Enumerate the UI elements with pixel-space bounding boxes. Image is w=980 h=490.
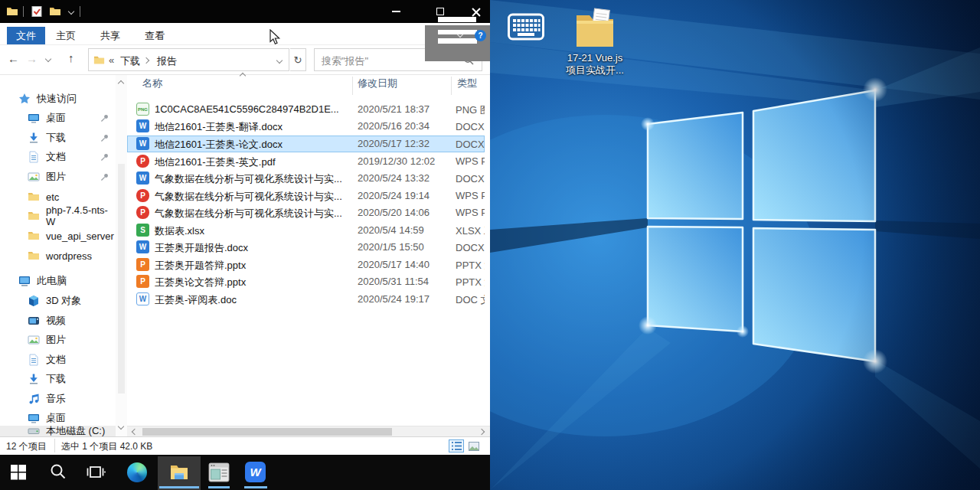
thumbnail-view-button[interactable] (466, 439, 482, 452)
file-type: WPS PDF (456, 155, 485, 167)
search-icon[interactable] (49, 462, 67, 481)
download-icon (28, 132, 40, 144)
sidebar-item-label: wordpress (46, 250, 92, 262)
column-divider[interactable] (451, 77, 452, 95)
scroll-right-icon[interactable] (479, 429, 485, 435)
file-row[interactable]: P 王荟奥论文答辩.pptx 2020/5/31 11:54 PPTX 演示 (127, 273, 485, 290)
sidebar-item-this-pc[interactable]: 此电脑 (0, 272, 116, 290)
sidebar-item-wordpress[interactable]: wordpress (0, 247, 116, 265)
file-date: 2019/12/30 12:02 (358, 155, 435, 167)
scroll-down-icon[interactable] (118, 423, 124, 430)
address-dropdown-icon[interactable] (276, 57, 283, 64)
sidebar-item-pictures-pc[interactable]: 图片 (0, 331, 116, 349)
sidebar-item-videos[interactable]: 视频 (0, 312, 116, 330)
help-button[interactable]: ? (475, 30, 486, 41)
sidebar-item-downloads-pc[interactable]: 下载 (0, 370, 116, 388)
tab-share[interactable]: 共享 (93, 27, 128, 44)
file-row[interactable]: W 王荟奥-评阅表.doc 2020/5/24 19:17 DOC 文档 (127, 291, 485, 308)
sidebar-item-quick-access[interactable]: 快速访问 (0, 90, 116, 108)
file-row[interactable]: S 数据表.xlsx 2020/5/4 14:59 XLSX 工作表 (127, 222, 485, 239)
file-row-selected[interactable]: W 地信21601-王荟奥-论文.docx 2020/5/17 12:32 DO… (127, 136, 485, 152)
scrollbar-thumb[interactable] (118, 164, 125, 394)
column-header-type[interactable]: 类型 (457, 77, 477, 90)
sidebar-item-local-disk-c[interactable]: 本地磁盘 (C:) (0, 426, 116, 436)
recent-locations-icon[interactable] (45, 56, 51, 62)
file-type: XLSX 工作表 (456, 224, 485, 238)
scroll-up-icon[interactable] (118, 80, 124, 87)
file-row[interactable]: P 王荟奥开题答辩.pptx 2020/5/17 14:40 PPTX 演示 (127, 256, 485, 273)
scrollbar-thumb[interactable] (142, 428, 392, 436)
screen: 文件 主页 共享 查看 ? ← → ↑ « 下载 报告 ↻ (0, 0, 980, 490)
divider (54, 439, 55, 452)
tab-file[interactable]: 文件 (7, 27, 45, 44)
breadcrumb[interactable]: « 下载 报告 (88, 48, 289, 71)
column-divider[interactable] (352, 77, 353, 95)
app-window-icon[interactable] (208, 462, 230, 483)
document-icon (28, 354, 40, 366)
sidebar-item-3d-objects[interactable]: 3D 对象 (0, 292, 116, 310)
file-row[interactable]: P 气象数据在线分析与可视化系统设计与实... 2020/5/20 14:06 … (127, 204, 485, 221)
sidebar-item-desktop-pc[interactable]: 桌面 (0, 409, 116, 427)
disk-icon (28, 426, 40, 436)
close-icon (472, 7, 481, 16)
quick-access-toolbar-dropdown-icon[interactable] (68, 8, 74, 15)
file-type: WPS PDF (456, 207, 485, 218)
breadcrumb-item-reports[interactable]: 报告 (157, 54, 177, 68)
task-view-icon[interactable] (86, 462, 106, 482)
file-type: PPTX 演示 (456, 259, 485, 273)
properties-check-icon[interactable] (31, 5, 43, 18)
column-header-date[interactable]: 修改日期 (358, 77, 397, 90)
sidebar-item-label: 快速访问 (37, 92, 77, 106)
details-view-button[interactable] (449, 439, 464, 452)
sidebar-item-documents[interactable]: 文档 (0, 148, 116, 166)
tab-home[interactable]: 主页 (48, 27, 83, 44)
wps-presentation-icon: P (136, 258, 149, 271)
sidebar-item-downloads[interactable]: 下载 (0, 129, 116, 147)
folder-icon (28, 230, 40, 242)
refresh-button[interactable]: ↻ (290, 48, 306, 71)
new-folder-icon[interactable] (49, 5, 61, 18)
file-name: 气象数据在线分析与可视化系统设计与实... (155, 190, 342, 204)
file-row[interactable]: W 地信21601-王荟奥-翻译.docx 2020/5/16 20:34 DO… (127, 118, 485, 135)
tab-view[interactable]: 查看 (137, 27, 172, 44)
start-button-icon[interactable] (9, 462, 28, 481)
sidebar-scrollbar[interactable] (116, 75, 127, 436)
sidebar-item-label: 本地磁盘 (C:) (46, 426, 105, 436)
back-icon[interactable]: ← (8, 52, 19, 65)
sidebar-item-music[interactable]: 音乐 (0, 390, 116, 408)
forward-icon[interactable]: → (26, 52, 38, 65)
pin-icon (100, 152, 109, 162)
file-row[interactable]: W 气象数据在线分析与可视化系统设计与实... 2020/5/24 13:32 … (127, 170, 485, 187)
wps-office-icon[interactable]: W (245, 462, 266, 482)
sidebar-item-desktop[interactable]: 桌面 (0, 109, 116, 127)
up-icon[interactable]: ↑ (68, 51, 74, 64)
edge-icon[interactable] (127, 462, 147, 482)
sidebar-item-pictures[interactable]: 图片 (0, 168, 116, 186)
horizontal-scrollbar[interactable] (127, 426, 490, 436)
breadcrumb-root-icon[interactable]: « (109, 54, 114, 66)
file-row[interactable]: P 气象数据在线分析与可视化系统设计与实... 2020/5/24 19:14 … (127, 188, 485, 204)
file-row[interactable]: P 地信21601-王荟奥-英文.pdf 2019/12/30 12:02 WP… (127, 153, 485, 170)
file-row[interactable]: W 王荟奥开题报告.docx 2020/1/5 15:50 DOCX 文档 (127, 239, 485, 256)
file-name: 王荟奥开题报告.docx (155, 241, 248, 255)
file-date: 2020/5/24 19:14 (358, 190, 430, 201)
wps-writer-icon: W (136, 119, 149, 132)
breadcrumb-item-downloads[interactable]: 下载 (120, 54, 140, 68)
keyboard-icon[interactable] (508, 11, 544, 42)
file-row[interactable]: PNG 1C0CAC8AE541C5596C284974B2D1E... 202… (127, 101, 485, 118)
folder-icon[interactable] (6, 5, 18, 18)
sidebar-item-etc[interactable]: etc (0, 188, 116, 206)
sidebar-item-documents-pc[interactable]: 文档 (0, 351, 116, 369)
desktop-shortcut-vue-folder[interactable]: 17-21 Vue.js 项目实战开... (549, 6, 641, 77)
scroll-left-icon[interactable] (132, 429, 138, 435)
column-header-name[interactable]: 名称 (142, 77, 162, 90)
sidebar-item-vue-api-server[interactable]: vue_api_server (0, 227, 116, 245)
wps-presentation-icon: P (136, 275, 149, 288)
sidebar-item-php[interactable]: php-7.4.5-nts-W (0, 207, 116, 225)
navigation-pane: 快速访问 桌面 下载 文档 图片 etc php-7.4.5-nts-W vue… (0, 75, 127, 436)
title-bar[interactable] (0, 0, 490, 23)
file-name: 王荟奥-评阅表.doc (155, 293, 237, 307)
file-explorer-icon[interactable] (170, 463, 188, 480)
minimize-button[interactable] (381, 0, 411, 23)
pictures-icon (28, 171, 40, 183)
